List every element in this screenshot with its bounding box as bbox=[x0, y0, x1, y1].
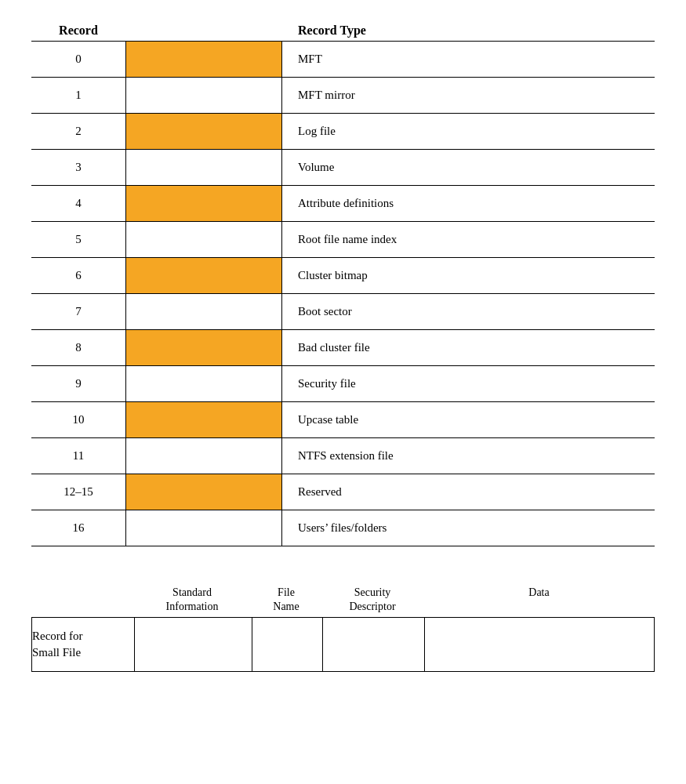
sf-header-security: SecurityDescriptor bbox=[321, 586, 423, 614]
mft-record-type: Users’ files/folders bbox=[298, 510, 387, 546]
mft-record-box bbox=[125, 402, 282, 437]
mft-table-row: 6Cluster bitmap bbox=[31, 258, 655, 294]
mft-table-row: 0MFT bbox=[31, 42, 655, 78]
record-column-header: Record bbox=[31, 24, 125, 38]
mft-table-row: 8Bad cluster file bbox=[31, 330, 655, 366]
mft-record-number: 5 bbox=[31, 222, 125, 257]
mft-record-box bbox=[125, 42, 282, 77]
mft-record-number: 11 bbox=[31, 438, 125, 474]
mft-record-number: 7 bbox=[31, 294, 125, 329]
mft-record-box bbox=[125, 258, 282, 293]
mft-record-box bbox=[125, 114, 282, 149]
mft-table-row: 2Log file bbox=[31, 114, 655, 150]
record-type-column-header: Record Type bbox=[298, 24, 366, 38]
mft-record-box bbox=[125, 474, 282, 510]
mft-record-box bbox=[125, 150, 282, 185]
mft-record-box bbox=[125, 366, 282, 401]
mft-records-section: Record Record Type 0MFT1MFT mirror2Log f… bbox=[31, 24, 655, 546]
mft-record-box bbox=[125, 330, 282, 365]
mft-table-row: 16Users’ files/folders bbox=[31, 510, 655, 546]
mft-table-row: 12–15Reserved bbox=[31, 474, 655, 510]
mft-record-box bbox=[125, 186, 282, 221]
sf-header-file-name: FileName bbox=[251, 586, 321, 614]
small-file-row-label: Record forSmall File bbox=[32, 618, 134, 671]
mft-table-row: 1MFT mirror bbox=[31, 78, 655, 114]
mft-record-box bbox=[125, 222, 282, 257]
mft-record-type: MFT mirror bbox=[298, 78, 355, 113]
sf-column-headers: StandardInformation FileName SecurityDes… bbox=[133, 586, 655, 614]
mft-record-type: Root file name index bbox=[298, 222, 397, 257]
mft-record-number: 2 bbox=[31, 114, 125, 149]
sf-header-data: Data bbox=[423, 586, 655, 614]
mft-table-row: 3Volume bbox=[31, 150, 655, 186]
mft-record-type: Boot sector bbox=[298, 294, 352, 329]
mft-table-body: 0MFT1MFT mirror2Log file3Volume4Attribut… bbox=[31, 41, 655, 546]
mft-table-row: 7Boot sector bbox=[31, 294, 655, 330]
small-file-table-row: Record forSmall File bbox=[31, 617, 655, 672]
mft-record-number: 0 bbox=[31, 42, 125, 77]
mft-record-type: Reserved bbox=[298, 474, 342, 510]
mft-record-number: 6 bbox=[31, 258, 125, 293]
mft-record-box bbox=[125, 78, 282, 113]
mft-table-header: Record Record Type bbox=[31, 24, 655, 38]
mft-record-box bbox=[125, 438, 282, 474]
mft-record-type: Attribute definitions bbox=[298, 186, 394, 221]
mft-record-box bbox=[125, 294, 282, 329]
mft-record-number: 1 bbox=[31, 78, 125, 113]
mft-record-number: 10 bbox=[31, 402, 125, 437]
small-file-section: StandardInformation FileName SecurityDes… bbox=[31, 586, 655, 672]
sf-cell-file-name bbox=[252, 618, 322, 671]
mft-table-row: 11NTFS extension file bbox=[31, 438, 655, 474]
mft-record-type: NTFS extension file bbox=[298, 438, 394, 474]
mft-record-type: Security file bbox=[298, 366, 356, 401]
mft-record-number: 3 bbox=[31, 150, 125, 185]
mft-record-type: Log file bbox=[298, 114, 336, 149]
mft-record-number: 4 bbox=[31, 186, 125, 221]
mft-record-type: Upcase table bbox=[298, 402, 358, 437]
small-file-col-headers: StandardInformation FileName SecurityDes… bbox=[31, 586, 655, 614]
mft-record-type: MFT bbox=[298, 42, 322, 77]
mft-table-row: 4Attribute definitions bbox=[31, 186, 655, 222]
mft-table-row: 10Upcase table bbox=[31, 402, 655, 438]
sf-cell-data bbox=[424, 618, 654, 671]
mft-table-row: 9Security file bbox=[31, 366, 655, 402]
mft-record-type: Volume bbox=[298, 150, 334, 185]
mft-record-number: 9 bbox=[31, 366, 125, 401]
mft-record-number: 16 bbox=[31, 510, 125, 546]
mft-record-box bbox=[125, 510, 282, 546]
mft-record-number: 8 bbox=[31, 330, 125, 365]
mft-record-type: Cluster bitmap bbox=[298, 258, 368, 293]
mft-record-type: Bad cluster file bbox=[298, 330, 370, 365]
mft-record-number: 12–15 bbox=[31, 474, 125, 510]
sf-header-std-info: StandardInformation bbox=[133, 586, 251, 614]
sf-cell-std-info bbox=[134, 618, 252, 671]
sf-cell-security bbox=[322, 618, 424, 671]
mft-table-row: 5Root file name index bbox=[31, 222, 655, 258]
